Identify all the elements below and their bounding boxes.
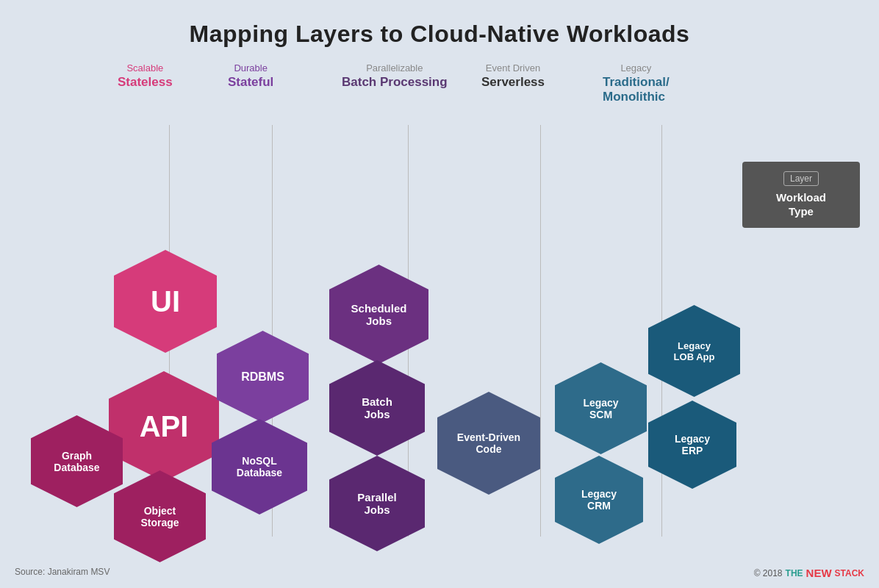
brand-new: NEW — [806, 567, 832, 579]
hex-legacy-crm: LegacyCRM — [555, 456, 643, 544]
hex-parallel-jobs: ParallelJobs — [329, 456, 425, 551]
hex-legacy-erp: LegacyERP — [648, 401, 736, 489]
workload-type-box: Layer WorkloadType — [742, 162, 860, 228]
hex-nosql-database: NoSQLDatabase — [212, 419, 307, 514]
hex-ui: UI — [114, 250, 217, 353]
brand-the: THE — [786, 568, 803, 578]
col-property-stateful: Durable — [234, 62, 268, 74]
main-title: Mapping Layers to Cloud-Native Workloads — [0, 0, 879, 55]
hex-legacy-scm: LegacySCM — [555, 362, 647, 454]
col-property-serverless: Event Driven — [486, 62, 540, 74]
hex-rdbms: RDBMS — [217, 331, 309, 423]
hex-api: API — [109, 371, 219, 481]
hex-object-storage: ObjectStorage — [114, 470, 206, 562]
col-label-serverless: Event Driven Serverless — [481, 62, 545, 90]
chart-area: Scalable Stateless Durable Stateful Para… — [0, 55, 879, 570]
footer: Source: Janakiram MSV © 2018 THE NEW STA… — [0, 567, 879, 579]
workload-type-label: WorkloadType — [776, 190, 826, 219]
col-property-traditional: Legacy — [620, 62, 651, 74]
col-label-stateful: Durable Stateful — [228, 62, 273, 90]
col-type-serverless: Serverless — [481, 75, 545, 90]
brand-stack: STACK — [835, 568, 864, 578]
col-label-batch: Parallelizable Batch Processing — [342, 62, 448, 90]
col-label-stateless: Scalable Stateless — [118, 62, 173, 90]
col-property-stateless: Scalable — [126, 62, 163, 74]
hex-batch-jobs: BatchJobs — [329, 360, 425, 456]
copyright: © 2018 — [754, 568, 783, 578]
col-type-batch: Batch Processing — [342, 75, 448, 90]
hex-event-driven-code: Event-DrivenCode — [437, 392, 540, 495]
col-type-stateful: Stateful — [228, 75, 273, 90]
vline-serverless — [540, 125, 541, 537]
source-text: Source: Janakiram MSV — [15, 567, 110, 579]
brand: © 2018 THE NEW STACK — [754, 567, 864, 579]
hex-scheduled-jobs: ScheduledJobs — [329, 265, 428, 364]
col-property-batch: Parallelizable — [366, 62, 423, 74]
hex-legacy-lob-app: LegacyLOB App — [648, 305, 740, 397]
col-type-stateless: Stateless — [118, 75, 173, 90]
col-type-traditional: Traditional/Monolithic — [603, 75, 670, 105]
col-label-traditional: Legacy Traditional/Monolithic — [603, 62, 670, 105]
hex-graph-database: GraphDatabase — [31, 415, 123, 507]
layer-label: Layer — [783, 171, 819, 186]
